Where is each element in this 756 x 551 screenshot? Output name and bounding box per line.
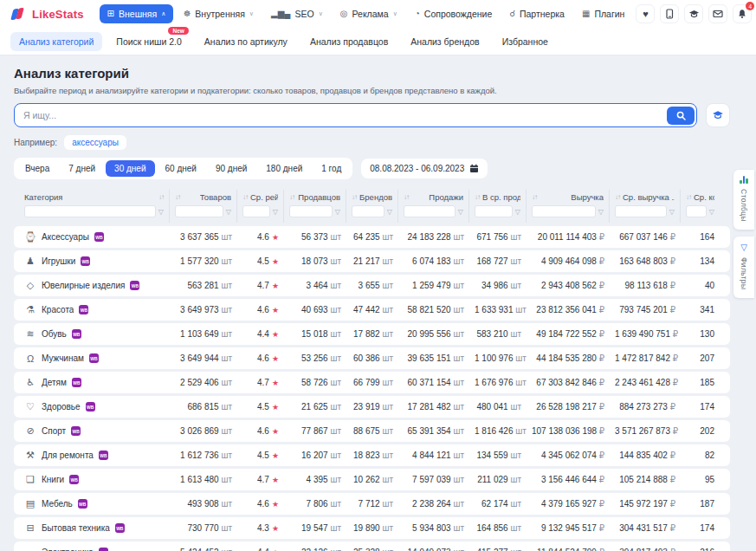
- education-button[interactable]: [684, 4, 703, 23]
- funnel-icon[interactable]: ▽: [387, 208, 392, 216]
- sort-icon[interactable]: ↓↑: [352, 193, 357, 201]
- period-pill[interactable]: 1 год: [313, 160, 350, 177]
- table-row[interactable]: ⚗КрасотаWB3 649 973 шт4.6★40 693 шт47 44…: [14, 299, 730, 321]
- tab-поиск-ниши-2.0[interactable]: Поиск ниши 2.0New: [107, 32, 190, 51]
- filter-input[interactable]: [289, 205, 333, 217]
- tab-анализ-по-артикулу[interactable]: Анализ по артикулу: [196, 32, 296, 51]
- cell-value: 105 214 888: [619, 475, 668, 484]
- table-row[interactable]: ❏КнигиWB1 613 480 шт4.7★4 395 шт10 262 ш…: [14, 469, 730, 490]
- date-range-picker[interactable]: 08.08.2023 - 06.09.2023: [361, 159, 488, 178]
- table-row[interactable]: ΩМужчинамWB3 649 944 шт4.6★53 256 шт60 3…: [14, 347, 730, 369]
- wb-badge: WB: [78, 499, 87, 509]
- value-cell: 21 625 шт: [284, 402, 346, 412]
- search-input[interactable]: [16, 110, 667, 120]
- sort-icon[interactable]: ↓↑: [686, 193, 691, 201]
- example-chip[interactable]: аксессуары: [64, 135, 126, 150]
- appliance-icon: ⊟: [24, 522, 36, 534]
- sort-icon[interactable]: ↓↑: [532, 193, 537, 201]
- nav-item-партнерка[interactable]: ☌Партнерка: [501, 4, 572, 23]
- table-row[interactable]: ▭ЭлектроникаWB5 424 452 шт4.4★22 126 шт2…: [14, 541, 730, 551]
- sort-icon[interactable]: ↓↑: [158, 193, 164, 201]
- favorites-button[interactable]: ♥: [636, 4, 655, 23]
- tab-анализ-продавцов[interactable]: Анализ продавцов: [301, 32, 397, 51]
- period-pill[interactable]: 90 дней: [207, 160, 255, 177]
- messages-button[interactable]: [708, 4, 727, 23]
- funnel-icon[interactable]: ▽: [335, 208, 340, 216]
- unit-label: шт: [380, 402, 393, 412]
- envelope-icon: [713, 10, 723, 18]
- tab-избранное[interactable]: Избранное: [494, 32, 557, 51]
- tutorial-button[interactable]: [706, 103, 730, 127]
- cell-value: 4 909 464 098: [541, 256, 597, 266]
- cell-value: 2 238 264: [412, 499, 451, 509]
- sort-icon[interactable]: ↓↑: [289, 193, 294, 201]
- table-row[interactable]: ♡ЗдоровьеWB686 815 шт4.5★21 625 шт23 919…: [14, 396, 730, 418]
- column-filter: ▽: [404, 205, 463, 217]
- filter-input[interactable]: [404, 205, 456, 217]
- period-pill[interactable]: 180 дней: [257, 160, 311, 177]
- column-header-top: ↓↑Ср. рейтинг т...: [242, 190, 278, 204]
- period-pill[interactable]: Вчера: [16, 160, 58, 177]
- value-cell: 18 073 шт: [284, 256, 346, 266]
- funnel-icon[interactable]: ▽: [273, 208, 278, 216]
- sort-icon[interactable]: ↓↑: [615, 193, 620, 201]
- unit-label: шт: [514, 378, 527, 387]
- nav-item-внутренняя[interactable]: ☸Внутренняя∨: [175, 4, 262, 23]
- filter-input[interactable]: [532, 205, 596, 217]
- category-name: Игрушки: [42, 256, 75, 266]
- filters-tab[interactable]: ▽ Фильтры: [733, 237, 754, 297]
- unit-label: шт: [328, 499, 341, 509]
- filter-input[interactable]: [686, 205, 707, 217]
- funnel-icon[interactable]: ▽: [458, 208, 463, 216]
- funnel-icon[interactable]: ▽: [226, 208, 231, 216]
- sort-icon[interactable]: ↓↑: [175, 193, 180, 201]
- mobile-app-button[interactable]: [660, 4, 679, 23]
- brand-logo[interactable]: LikeStats: [10, 7, 84, 21]
- period-pill[interactable]: 7 дней: [60, 160, 104, 177]
- funnel-icon[interactable]: ▽: [158, 208, 164, 216]
- filter-input[interactable]: [352, 205, 384, 217]
- value-cell: 7 597 039 шт: [398, 475, 469, 484]
- table-row[interactable]: ⌚АксессуарыWB3 637 365 шт4.6★56 373 шт64…: [14, 226, 730, 248]
- table-row[interactable]: ⚒Для ремонтаWB1 612 736 шт4.5★16 207 шт1…: [14, 444, 730, 466]
- tab-анализ-брендов[interactable]: Анализ брендов: [402, 32, 488, 51]
- table-row[interactable]: ⊘СпортWB3 026 869 шт4.6★77 867 шт88 675 …: [14, 420, 730, 442]
- filter-input[interactable]: [615, 205, 667, 217]
- columns-tab[interactable]: Столбцы: [733, 170, 754, 230]
- period-pills: Вчера7 дней30 дней60 дней90 дней180 дней…: [14, 158, 352, 179]
- table-row[interactable]: ▤МебельWB493 908 шт4.6★7 806 шт7 712 шт2…: [14, 493, 730, 515]
- value-cell: 1 613 480 шт: [170, 475, 237, 484]
- filter-input[interactable]: [475, 205, 513, 217]
- nav-item-сопровождение[interactable]: ◔Сопровождение: [407, 4, 501, 23]
- cell-value: 17 281 482: [408, 402, 451, 412]
- nav-item-seo[interactable]: ▂▆▄SEO∨: [263, 4, 331, 23]
- unit-label: ₽: [668, 281, 675, 290]
- table-row[interactable]: ♿ДетямWB2 529 406 шт4.7★58 726 шт66 799 …: [14, 372, 730, 393]
- filter-input[interactable]: [24, 205, 156, 217]
- filter-input[interactable]: [175, 205, 223, 217]
- value-cell: 26 528 198 217 ₽: [527, 402, 610, 412]
- funnel-icon[interactable]: ▽: [598, 208, 604, 216]
- table-row[interactable]: ♟ИгрушкиWB1 577 320 шт4.5★18 073 шт21 21…: [14, 250, 730, 272]
- funnel-icon[interactable]: ▽: [709, 208, 714, 216]
- nav-item-плагин[interactable]: ▦Плагин: [574, 4, 632, 23]
- search-button[interactable]: [667, 107, 695, 125]
- cell-value: 18 823: [353, 451, 380, 460]
- period-pill[interactable]: 60 дней: [157, 160, 205, 177]
- period-pill[interactable]: 30 дней: [106, 160, 154, 177]
- nav-item-реклама[interactable]: ◎Реклама∨: [333, 4, 405, 23]
- funnel-icon[interactable]: ▽: [515, 208, 520, 216]
- tab-анализ-категорий[interactable]: Анализ категорий: [10, 32, 102, 51]
- sort-icon[interactable]: ↓↑: [475, 193, 480, 201]
- sort-icon[interactable]: ↓↑: [242, 193, 248, 201]
- sort-icon[interactable]: ↓↑: [404, 193, 409, 201]
- table-row[interactable]: ≋ОбувьWB1 103 649 шт4.4★15 018 шт17 882 …: [14, 323, 730, 345]
- funnel-icon[interactable]: ▽: [669, 208, 675, 216]
- table-row[interactable]: ⊟Бытовая техникаWB730 770 шт4.3★19 547 ш…: [14, 517, 730, 539]
- filter-input[interactable]: [242, 205, 270, 217]
- unit-label: шт: [514, 426, 527, 436]
- notifications-button[interactable]: 4: [733, 4, 752, 23]
- nav-item-внешняя[interactable]: ⊞Внешняя∧: [100, 4, 174, 23]
- unit-label: шт: [451, 499, 464, 509]
- table-row[interactable]: ◇Ювелирные изделияWB563 281 шт4.7★3 464 …: [14, 275, 730, 296]
